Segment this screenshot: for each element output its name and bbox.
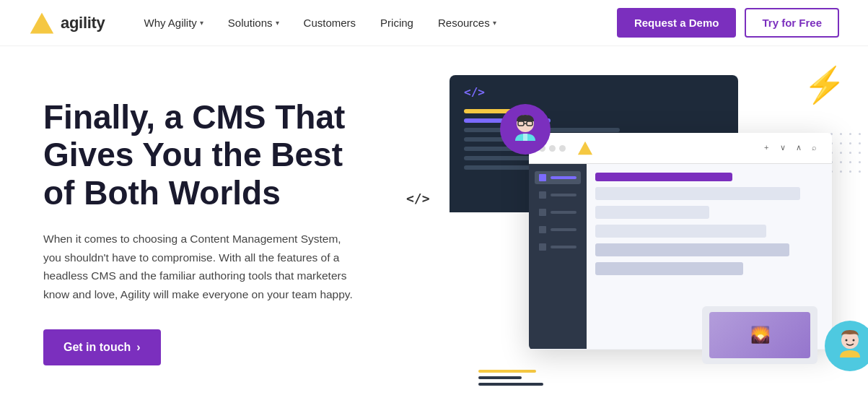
svg-point-9 <box>846 339 848 342</box>
nav-links: Why Agility ▾ Solutions ▾ Customers Pric… <box>133 11 616 35</box>
hero-illustration: ⚡ </> </> <box>406 61 868 403</box>
nav-customers[interactable]: Customers <box>294 11 367 35</box>
cms-sidebar-label <box>551 246 577 248</box>
chevron-down-icon: ▾ <box>276 19 279 27</box>
hero-section: Finally, a CMS That Gives You the Best o… <box>0 46 868 403</box>
cms-sidebar-item <box>535 223 581 236</box>
marketer-avatar <box>825 321 868 371</box>
image-card: 🌄 <box>702 306 817 364</box>
cms-content-row <box>595 225 766 238</box>
try-free-button[interactable]: Try for Free <box>745 8 839 38</box>
lightning-icon: ⚡ <box>803 68 846 103</box>
logo[interactable]: agility <box>29 10 105 36</box>
logo-icon <box>29 10 55 36</box>
up-icon: ∧ <box>796 143 806 153</box>
cms-sidebar-label <box>551 211 577 214</box>
cms-content-row <box>595 262 743 275</box>
code-tag-side: </> <box>406 191 430 206</box>
cms-content-row <box>595 206 709 219</box>
hero-content: Finally, a CMS That Gives You the Best o… <box>43 98 375 366</box>
add-icon: + <box>764 143 774 153</box>
cms-sidebar-icon <box>539 209 546 216</box>
svg-rect-6 <box>523 134 527 141</box>
marketer-avatar-image <box>830 326 868 366</box>
cms-sidebar <box>529 164 587 349</box>
down-icon: ∨ <box>780 143 790 153</box>
request-demo-button[interactable]: Request a Demo <box>617 8 737 38</box>
nav-pricing[interactable]: Pricing <box>370 11 424 35</box>
cms-logo-icon <box>577 140 593 156</box>
search-icon: ⌕ <box>812 143 822 153</box>
decorative-lines <box>478 370 543 386</box>
cms-sidebar-item <box>535 206 581 219</box>
cms-sidebar-item <box>535 188 581 202</box>
get-in-touch-button[interactable]: Get in touch › <box>43 329 161 365</box>
nav-why-agility[interactable]: Why Agility ▾ <box>133 11 213 35</box>
developer-avatar-image <box>505 109 545 150</box>
chevron-down-icon: ▾ <box>200 19 203 27</box>
svg-marker-7 <box>578 142 592 155</box>
hero-description: When it comes to choosing a Content Mana… <box>43 230 361 303</box>
cms-panel-header: + ∨ ∧ ⌕ <box>529 133 832 164</box>
cms-sidebar-item <box>535 240 581 254</box>
developer-avatar <box>500 104 551 155</box>
code-tag-top: </> <box>464 85 485 99</box>
nav-solutions[interactable]: Solutions ▾ <box>218 11 289 35</box>
cms-sidebar-icon <box>539 226 546 233</box>
window-dot <box>559 145 566 152</box>
deco-line <box>478 370 536 373</box>
cms-sidebar-item <box>535 171 581 184</box>
svg-point-10 <box>853 339 855 342</box>
image-card-inner: 🌄 <box>709 312 810 358</box>
logo-text: agility <box>61 14 105 32</box>
cms-sidebar-icon <box>539 243 546 251</box>
hero-title: Finally, a CMS That Gives You the Best o… <box>43 98 375 213</box>
cms-sidebar-icon <box>539 174 546 181</box>
cms-sidebar-label <box>551 176 577 179</box>
deco-line <box>478 383 543 386</box>
chevron-down-icon: ▾ <box>493 19 496 27</box>
image-icon: 🌄 <box>750 326 770 344</box>
arrow-icon: › <box>136 341 140 354</box>
deco-line <box>478 376 522 379</box>
navbar: agility Why Agility ▾ Solutions ▾ Custom… <box>0 0 868 46</box>
cms-content-row <box>595 187 800 200</box>
cms-content-row <box>595 243 789 256</box>
window-dot <box>549 145 556 152</box>
cms-sidebar-label <box>551 228 577 231</box>
nav-actions: Request a Demo Try for Free <box>617 8 839 38</box>
cms-toolbar: + ∨ ∧ ⌕ <box>764 143 822 153</box>
nav-resources[interactable]: Resources ▾ <box>428 11 507 35</box>
cms-sidebar-label <box>551 194 577 196</box>
cms-content-row <box>595 173 732 181</box>
cms-sidebar-icon <box>539 191 546 199</box>
